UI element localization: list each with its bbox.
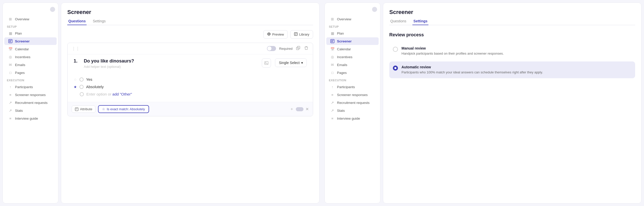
star-match-icon: ☆ [102,107,105,111]
sidebar-item-screener-responses[interactable]: ≡ Screener responses [4,91,57,99]
guide-icon: ≡ [8,116,12,120]
sidebar-item-label: Recruitment requests [337,101,369,105]
plan-icon: ▦ [8,31,12,35]
question-row: 1. Do you like dinosaurs? Add helper tex… [74,58,307,69]
sidebar-item-interview-guide2[interactable]: ≡ Interview guide [326,115,379,122]
sidebar-item-overview2[interactable]: ⊞ Overview [326,15,379,23]
sidebar-item-calendar2[interactable]: 📅 Calendar [326,45,379,53]
add-footer-button[interactable]: ＋ [290,106,294,112]
close-footer-button[interactable]: ✕ [305,107,309,112]
sidebar-item-overview[interactable]: ⊞ Overview [4,15,57,23]
participants-icon: ↑ [8,85,12,89]
sidebar-item-screener[interactable]: Screener [4,37,57,45]
sidebar-section-setup: Setup [3,23,58,29]
review-option-content-manual: Manual review Handpick participants base… [401,46,504,56]
drag-handle[interactable]: ⋮⋮ [72,46,80,51]
tab-settings2[interactable]: Settings [412,18,428,25]
sidebar-item-pages2[interactable]: □ Pages [326,69,379,76]
image-button[interactable] [262,58,271,68]
sidebar-item-emails2[interactable]: ✉ Emails [326,61,379,69]
panel-right: ⊞ Overview Setup ▦ Plan Screener 📅 Calen… [322,0,644,206]
grid-icon: ⊞ [8,17,12,21]
question-type-selector[interactable]: Single Select ▾ [275,58,307,67]
delete-button[interactable] [304,45,309,52]
question-footer: Attribute ☆ Is exact match: Absolutely ＋… [68,102,313,116]
radio-add[interactable] [80,92,84,96]
required-label: Required [279,47,293,51]
radio-manual[interactable] [393,47,398,52]
radio-absolutely[interactable] [79,85,84,89]
sidebar-section-execution2: Execution [325,77,380,83]
sidebar-item-participants2[interactable]: ↑ Participants [326,83,379,91]
star-icon-yes[interactable]: ☆ [74,77,77,82]
sidebar-item-label: Screener [337,39,352,43]
tab-questions2[interactable]: Questions [389,18,407,25]
sidebar-item-label: Stats [15,109,23,113]
sidebar-item-plan[interactable]: ▦ Plan [4,29,57,37]
preview-button[interactable]: Preview [263,30,288,39]
emails-icon2: ✉ [330,63,334,67]
library-label: Library [299,33,309,36]
review-option-automatic[interactable]: Automatic review Participants who 100% m… [389,61,635,78]
tab-questions[interactable]: Questions [67,18,87,25]
sidebar-item-calendar[interactable]: 📅 Calendar [4,45,57,53]
library-button[interactable]: Library [290,30,313,39]
sidebar-item-label: Interview guide [337,117,360,120]
radio-yes[interactable] [79,77,84,82]
incentives-icon2: ◎ [330,55,334,59]
options-list: ☆ Yes ★ Absolutely Enter option or add "… [68,76,313,102]
duplicate-button[interactable] [296,45,301,52]
attribute-button[interactable]: Attribute [72,105,95,113]
star-icon-absolutely[interactable]: ★ [74,85,77,89]
sidebar-item-label: Screener [15,39,30,43]
library-icon [294,32,298,37]
collapse-icon-right[interactable] [372,7,377,12]
sidebar-item-stats2[interactable]: ↗ Stats [326,107,379,114]
sidebar-item-recruitment-requests[interactable]: ↗ Recruitment requests [4,99,57,106]
toolbar-left: Preview Library [67,30,313,39]
sidebar-item-plan2[interactable]: ▦ Plan [326,29,379,37]
sidebar-item-label: Emails [337,63,347,67]
review-option-content-automatic: Automatic review Participants who 100% m… [401,65,543,75]
preview-label: Preview [272,33,284,36]
sidebar-item-incentives[interactable]: ◎ Incentives [4,53,57,61]
radio-automatic[interactable] [393,66,398,71]
sidebar-item-interview-guide[interactable]: ≡ Interview guide [4,115,57,122]
sidebar-item-label: Calendar [15,47,29,51]
option-row-absolutely: ★ Absolutely [74,83,307,90]
exact-match-button[interactable]: ☆ Is exact match: Absolutely [98,105,149,113]
question-number: 1. [74,58,80,64]
question-card: ⋮⋮ Required [67,43,313,116]
sidebar-item-pages[interactable]: □ Pages [4,69,57,76]
sidebar-item-stats[interactable]: ↗ Stats [4,107,57,114]
plan-icon2: ▦ [330,31,334,35]
participants-icon2: ↑ [330,85,334,89]
sidebar-item-label: Incentives [15,55,30,59]
sidebar-item-label: Screener responses [337,93,368,97]
footer-toggle[interactable] [296,107,303,111]
add-option-text: Enter option or add "Other" [86,92,132,96]
question-text[interactable]: Do you like dinosaurs? [84,58,258,64]
sidebar-item-label: Calendar [337,47,351,51]
sidebar-item-screener-responses2[interactable]: ≡ Screener responses [326,91,379,99]
sidebar-item-screener2[interactable]: Screener [326,37,379,45]
sidebar-item-label: Pages [15,71,25,75]
emails-icon: ✉ [8,63,12,67]
screener-icon2 [330,39,334,43]
tab-settings[interactable]: Settings [92,18,107,25]
question-type-label: Single Select [279,61,300,65]
sidebar-item-participants[interactable]: ↑ Participants [4,83,57,91]
svg-point-1 [268,33,270,35]
review-option-manual[interactable]: Manual review Handpick participants base… [389,43,635,59]
incentives-icon: ◎ [8,55,12,59]
sidebar-right: ⊞ Overview Setup ▦ Plan Screener 📅 Calen… [325,3,380,203]
helper-text[interactable]: Add helper text (optional) [84,65,258,69]
sidebar-item-label: Participants [15,85,33,89]
sidebar-item-emails[interactable]: ✉ Emails [4,61,57,69]
collapse-icon[interactable] [50,7,55,12]
review-option-desc-automatic: Participants who 100% match your ideal a… [401,70,543,75]
required-toggle[interactable] [267,46,276,51]
add-other-link[interactable]: add "Other" [112,92,132,96]
sidebar-item-incentives2[interactable]: ◎ Incentives [326,53,379,61]
sidebar-item-recruitment-requests2[interactable]: ↗ Recruitment requests [326,99,379,106]
